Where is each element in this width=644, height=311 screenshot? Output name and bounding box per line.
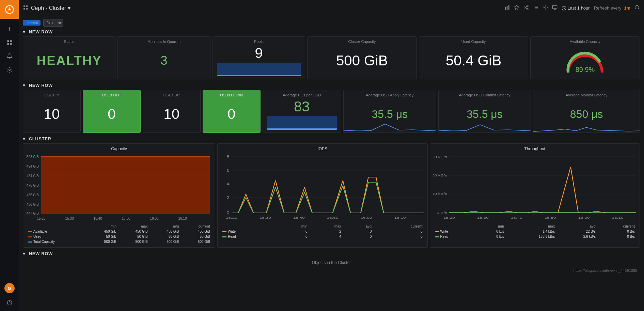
- legend-available: Available 450 GiB 450 GiB 450 GiB 450 Gi…: [27, 229, 211, 234]
- svg-point-16: [527, 5, 528, 6]
- sidebar: G: [0, 0, 19, 311]
- dashboard-title[interactable]: Ceph - Cluster ▾: [31, 5, 70, 11]
- bar-chart-icon[interactable]: [504, 5, 510, 11]
- svg-rect-3: [7, 43, 9, 45]
- panel-osds-in-title: OSDs IN: [27, 93, 76, 97]
- share-icon[interactable]: [523, 5, 529, 11]
- row2-header[interactable]: ▾ New row: [23, 83, 640, 88]
- svg-rect-8: [23, 5, 25, 7]
- svg-text:15:20: 15:20: [443, 216, 455, 219]
- app-logo[interactable]: [0, 0, 19, 19]
- throughput-legend: min max avg current Write 0 B/s 1.4 kB/s…: [433, 223, 637, 239]
- svg-text:15:40: 15:40: [511, 216, 522, 219]
- svg-text:16:10: 16:10: [394, 216, 406, 219]
- svg-line-33: [638, 9, 639, 10]
- svg-text:0 B/s: 0 B/s: [437, 211, 447, 214]
- panel-pools: Pools 9: [213, 36, 305, 79]
- sidebar-item-settings[interactable]: [0, 63, 19, 77]
- panel-pools-title: Pools: [217, 40, 301, 44]
- sidebar-item-help[interactable]: [0, 296, 19, 310]
- svg-text:475 GiB: 475 GiB: [27, 184, 39, 187]
- row1-header[interactable]: ▾ New row: [23, 29, 640, 34]
- legend-total: Total Capacity 500 GiB 500 GiB 500 GiB 5…: [27, 239, 211, 244]
- panel-pools-value: 9: [217, 45, 301, 61]
- sidebar-item-add[interactable]: [0, 22, 19, 36]
- panel-osds-out-title: OSDs OUT: [87, 93, 136, 97]
- panel-apply-latency-title: Agerage OSD Apply Latency: [348, 93, 432, 97]
- panel-apply-latency: Agerage OSD Apply Latency 35.5 μs: [343, 90, 436, 133]
- iops-read: Read 0 4 0 0: [221, 234, 424, 239]
- row3-header[interactable]: ▾ New row: [23, 251, 640, 256]
- svg-text:6: 6: [227, 169, 230, 173]
- svg-text:466 GiB: 466 GiB: [27, 193, 39, 197]
- gauge: 89.9%: [535, 45, 635, 76]
- capacity-chart-panel: Capacity 503 GiB 494 GiB 484 GiB 475 GiB…: [23, 143, 215, 248]
- svg-text:456 GiB: 456 GiB: [27, 203, 39, 206]
- cluster-header[interactable]: ▾ CLUSTER: [23, 136, 640, 141]
- monitor-icon[interactable]: [552, 5, 557, 11]
- throughput-chart-title: Throughput: [433, 146, 637, 151]
- svg-text:16:00: 16:00: [578, 216, 590, 219]
- svg-text:15:30: 15:30: [477, 216, 489, 219]
- panel-osds-out-value: 0: [87, 98, 136, 130]
- iops-chart-panel: IOPS 8 6 4 2 0: [217, 143, 428, 248]
- playlist-icon[interactable]: [533, 5, 538, 11]
- interval-select[interactable]: 1m 5m 10m: [43, 19, 63, 27]
- panel-cluster-capacity-value: 500 GiB: [312, 45, 412, 76]
- row1-panels: Status HEALTHY Monitors In Quorum 3 Pool…: [23, 36, 640, 79]
- panel-commit-latency: Agerage OSD Commit Latency 35.5 μs: [438, 90, 531, 133]
- row2-label: New row: [29, 83, 53, 88]
- time-range[interactable]: Last 1 hour: [562, 5, 590, 11]
- svg-rect-49: [41, 157, 210, 214]
- svg-text:15:50: 15:50: [122, 217, 130, 220]
- panel-monitor-latency-title: Average Monitor Latency: [537, 93, 635, 97]
- svg-text:15:40: 15:40: [93, 217, 102, 220]
- user-avatar[interactable]: G: [4, 283, 15, 293]
- avg-pgs-bar: [267, 116, 337, 130]
- svg-text:16:00: 16:00: [361, 216, 372, 219]
- refresh-info: Refresh every 1m: [594, 5, 630, 11]
- cluster-section: ▾ CLUSTER Capacity 503 GiB 494 GiB 484 G…: [23, 136, 640, 248]
- svg-text:50 kB/s: 50 kB/s: [433, 192, 447, 195]
- throughput-write: Write 0 B/s 1.4 kB/s 22 B/s 0 B/s: [434, 229, 637, 234]
- pools-bar: [217, 63, 301, 76]
- panel-cluster-capacity: Cluster Capacity 500 GiB: [307, 36, 417, 79]
- sidebar-item-dashboard[interactable]: [0, 36, 19, 49]
- panel-status-value: HEALTHY: [27, 45, 111, 76]
- search-icon[interactable]: [634, 5, 640, 11]
- svg-text:503 GiB: 503 GiB: [27, 155, 39, 159]
- panel-avg-pgs-value: 83: [267, 98, 337, 115]
- sidebar-bottom: G: [0, 280, 19, 311]
- svg-rect-1: [7, 40, 9, 42]
- panel-osds-out: OSDs OUT 0: [83, 90, 141, 133]
- capacity-chart-title: Capacity: [26, 146, 212, 151]
- svg-text:15:50: 15:50: [544, 216, 556, 219]
- panel-monitors-title: Monitors In Quorum: [122, 40, 206, 44]
- svg-line-19: [525, 8, 527, 9]
- svg-text:89.9%: 89.9%: [576, 66, 595, 73]
- settings-icon[interactable]: [543, 5, 548, 11]
- cluster-label: CLUSTER: [29, 136, 51, 141]
- svg-marker-15: [514, 5, 519, 10]
- svg-text:15:30: 15:30: [65, 217, 74, 220]
- panel-available-capacity-title: Available Capacity: [535, 40, 635, 44]
- svg-text:15:40: 15:40: [293, 216, 305, 219]
- svg-text:2: 2: [227, 196, 230, 200]
- star-icon[interactable]: [514, 5, 519, 11]
- sidebar-item-alerts[interactable]: [0, 49, 19, 63]
- objects-label: Objects in the Cluster: [23, 258, 640, 267]
- panel-osds-down-value: 0: [207, 98, 256, 130]
- chevron-icon-2: ▾: [23, 83, 26, 88]
- svg-text:15:20: 15:20: [37, 217, 45, 220]
- svg-text:150 kB/s: 150 kB/s: [433, 155, 447, 158]
- svg-text:15:20: 15:20: [226, 216, 237, 219]
- panel-osds-in-value: 10: [27, 98, 76, 130]
- panel-osds-up-value: 10: [147, 98, 196, 130]
- panel-used-capacity-title: Used Capacity: [423, 40, 524, 44]
- svg-rect-28: [552, 5, 557, 9]
- panel-status-title: Status: [27, 40, 111, 44]
- panel-osds-up: OSDs UP 10: [143, 90, 201, 133]
- svg-text:8: 8: [227, 155, 230, 159]
- row1-label: New row: [29, 29, 53, 34]
- svg-point-27: [545, 7, 546, 8]
